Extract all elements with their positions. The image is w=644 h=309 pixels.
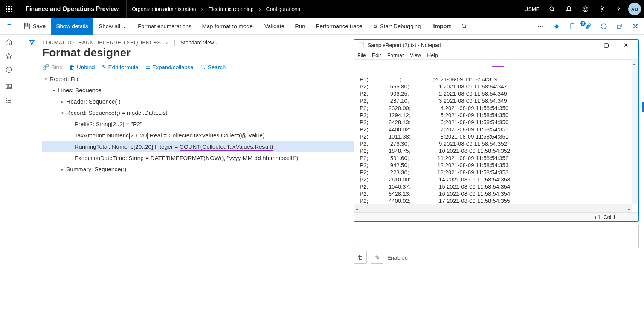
tree-node[interactable]: ▸Summary: Sequence(;) (42, 164, 354, 175)
svg-point-19 (6, 102, 7, 103)
unbind-button[interactable]: 🗑Unbind (69, 64, 95, 70)
delete-button[interactable]: 🗑 (354, 251, 367, 264)
save-label: Save (33, 23, 46, 29)
list-icon[interactable] (5, 97, 12, 104)
avatar[interactable]: AD (628, 3, 641, 15)
tree-node[interactable]: TaxAmount: Numeric[20..20] Real = Collec… (42, 130, 354, 141)
edit-formula-button[interactable]: ✎Edit formula (102, 64, 139, 70)
refresh-icon[interactable] (598, 23, 609, 30)
menu-format[interactable]: Format (387, 52, 404, 58)
chevron-down-icon: ⌄ (122, 23, 127, 30)
page-title: Format designer (42, 46, 354, 59)
text-caret (360, 61, 360, 68)
notepad-text-area[interactable]: P1; ; ;2021-08-09 11:58:54:319 P2; 556.8… (354, 60, 638, 212)
standard-view-dropdown[interactable]: Standard view⌄ (180, 40, 219, 46)
search-command-button[interactable] (456, 18, 473, 35)
search-button[interactable]: Search (200, 64, 226, 70)
maximize-button[interactable]: ▢ (598, 42, 615, 49)
svg-point-4 (586, 8, 586, 9)
attachment-icon[interactable]: 0 (582, 23, 594, 29)
workspace-icon[interactable] (5, 83, 12, 90)
app-title: Finance and Operations Preview (18, 0, 127, 18)
search-icon (200, 64, 206, 70)
expand-icon[interactable]: ▸ (59, 99, 66, 104)
app-launcher-button[interactable] (0, 0, 18, 18)
vertical-scrollbar[interactable]: ▴ (632, 60, 638, 204)
notepad-title: SampleReport (2).txt - Notepad (368, 42, 441, 48)
svg-rect-9 (571, 23, 574, 29)
command-bar: ≡ 💾Save Show details Show all⌄ Format en… (0, 18, 644, 35)
horizontal-scrollbar[interactable]: ◂▸ (354, 204, 632, 212)
diamond-icon[interactable]: ◈ (551, 22, 562, 30)
list-icon: ☰ (145, 64, 150, 70)
smile-icon[interactable] (577, 0, 594, 18)
validate-button[interactable]: Validate (259, 18, 290, 35)
search-icon[interactable] (544, 0, 560, 18)
map-format-button[interactable]: Map format to model (197, 18, 259, 35)
edit-button[interactable]: ✎ (371, 251, 383, 264)
collapse-icon[interactable]: ▾ (59, 111, 66, 116)
description-field[interactable] (354, 225, 639, 248)
start-debugging-button[interactable]: ⚙Start Debugging (368, 18, 426, 35)
save-icon: 💾 (23, 23, 31, 30)
popout-icon[interactable] (614, 23, 625, 29)
pencil-icon: ✎ (102, 64, 107, 70)
bell-icon[interactable] (560, 0, 577, 18)
clock-icon[interactable] (5, 66, 12, 73)
format-enumerations-button[interactable]: Format enumerations (133, 18, 197, 35)
show-all-button[interactable]: Show all⌄ (93, 18, 133, 35)
menu-edit[interactable]: Edit (372, 52, 381, 58)
more-icon[interactable]: ⋯ (535, 22, 546, 30)
star-icon[interactable] (5, 52, 12, 59)
side-tab-indicator[interactable] (642, 102, 644, 112)
svg-point-21 (201, 65, 204, 68)
gear-icon[interactable] (594, 0, 610, 18)
svg-line-22 (204, 68, 205, 69)
svg-rect-13 (7, 85, 9, 86)
tree-node[interactable]: ▸Header: Sequence(;) (42, 96, 354, 107)
notepad-icon: 📄 (358, 42, 365, 48)
help-icon[interactable] (610, 0, 627, 18)
svg-line-1 (553, 10, 554, 11)
tree-node[interactable]: ▾Lines: Sequence (42, 85, 354, 96)
performance-trace-button[interactable]: Performance trace (311, 18, 368, 35)
left-pane: FORMAT TO LEARN DEFERRED SEQUENCES : 2 |… (18, 35, 354, 309)
run-button[interactable]: Run (290, 18, 311, 35)
show-details-button[interactable]: Show details (51, 18, 93, 35)
right-pane: 📄 SampleReport (2).txt - Notepad — ▢ ✕ F… (354, 35, 644, 309)
svg-point-15 (6, 99, 7, 99)
bind-button[interactable]: 🔗Bind (42, 64, 63, 70)
breadcrumb-2[interactable]: Configurations (261, 6, 305, 12)
filter-icon[interactable] (26, 39, 38, 46)
phone-icon[interactable] (566, 23, 578, 30)
menu-help[interactable]: Help (427, 52, 438, 58)
import-button[interactable]: Import (428, 18, 456, 35)
collapse-icon[interactable]: ▾ (50, 88, 58, 93)
save-button[interactable]: 💾Save (18, 18, 51, 35)
menu-file[interactable]: File (357, 52, 366, 58)
tree-node[interactable]: ▾Report: File (42, 73, 354, 85)
collapse-icon[interactable]: ▾ (42, 77, 50, 82)
tree-node[interactable]: ▾Record: Sequence(;) = model.Data.List (42, 107, 354, 119)
debug-icon: ⚙ (373, 23, 378, 29)
tree-node-selected[interactable]: RunningTotal: Numeric[20..20] Integer = … (42, 141, 354, 152)
breadcrumb-1[interactable]: Electronic reporting (203, 6, 259, 12)
close-icon[interactable]: ✕ (630, 22, 641, 31)
hamburger-button[interactable]: ≡ (0, 18, 18, 35)
chevron-down-icon: ⌄ (215, 40, 219, 46)
expand-icon[interactable]: ▸ (59, 167, 66, 172)
page-breadcrumb: FORMAT TO LEARN DEFERRED SEQUENCES : 2 (43, 40, 169, 46)
tree-node[interactable]: Prefix2: String[2..2] = "P2" (42, 119, 354, 130)
minimize-button[interactable]: — (578, 42, 595, 49)
divider (427, 21, 427, 32)
notepad-menu: File Edit Format View Help (354, 51, 638, 60)
svg-rect-14 (7, 87, 11, 88)
close-button[interactable]: ✕ (618, 42, 635, 49)
tree-node[interactable]: ExecutionDateTime: String = DATETIMEFORM… (42, 152, 354, 164)
home-icon[interactable] (5, 38, 12, 46)
company-picker[interactable]: USMF (520, 6, 544, 12)
expand-collapse-button[interactable]: ☰Expand/collapse (145, 64, 194, 70)
svg-point-0 (550, 7, 554, 11)
breadcrumb-0[interactable]: Organization administration (127, 6, 201, 12)
menu-view[interactable]: View (410, 52, 421, 58)
